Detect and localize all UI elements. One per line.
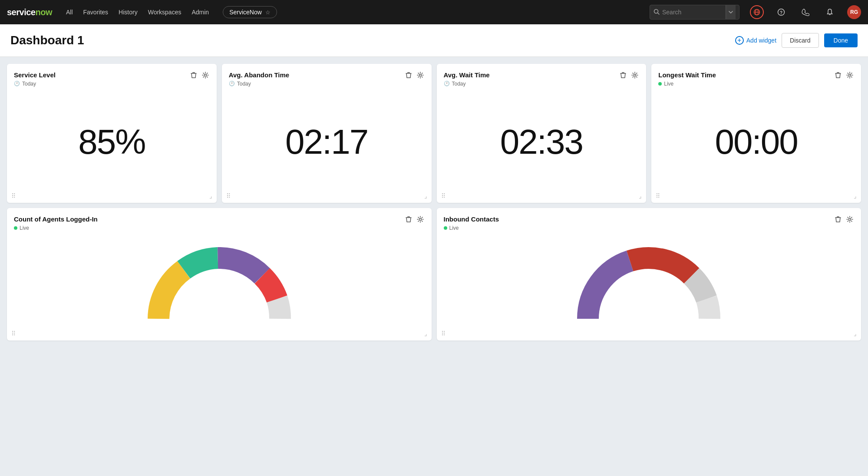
widget-settings-button[interactable] [845,71,854,79]
widget-settings-button[interactable] [630,71,639,79]
widget-inbound-contacts: Inbound Contacts Live [437,208,861,340]
drag-handle-icon[interactable]: ⠿ [441,192,446,199]
widget-actions [405,215,425,224]
svg-point-11 [419,218,421,221]
widget-avg-wait-time: Avg. Wait Time 🕐 Today 02:33 [437,64,647,203]
nav-history[interactable]: History [119,7,138,17]
page-title: Dashboard 1 [10,33,735,47]
drag-handle-icon[interactable]: ⠿ [656,192,660,199]
widget-header: Avg. Wait Time 🕐 Today [444,71,640,87]
svg-point-9 [634,74,636,76]
widget-title-area: Inbound Contacts Live [444,215,831,231]
live-dot-icon [14,226,17,230]
resize-handle-icon[interactable]: ⌟ [854,192,857,199]
nav-favorites[interactable]: Favorites [83,7,109,17]
drag-handle-icon[interactable]: ⠿ [11,192,16,199]
svg-text:?: ? [780,10,782,15]
widget-title-area: Service Level 🕐 Today [14,71,186,87]
favorite-star-icon: ☆ [265,9,271,16]
widget-subtitle: 🕐 Today [14,81,186,87]
page-header: Dashboard 1 + Add widget Discard Done [0,24,868,57]
widget-subtitle: Live [444,225,831,231]
widget-header: Longest Wait Time Live [658,71,854,87]
widget-settings-button[interactable] [416,71,425,79]
resize-handle-icon[interactable]: ⌟ [424,330,427,337]
widget-subtitle: 🕐 Today [229,81,401,87]
globe-icon-button[interactable] [750,5,764,19]
widget-value-container: 85% [14,89,210,196]
resize-handle-icon[interactable]: ⌟ [424,192,427,199]
svg-point-12 [849,218,851,221]
bell-icon-button[interactable] [823,5,837,19]
widget-service-level: Service Level 🕐 Today 85% [7,64,217,203]
nav-admin[interactable]: Admin [191,7,209,17]
widget-subtitle: Live [14,225,401,231]
drag-handle-icon[interactable]: ⠿ [11,330,16,337]
active-app-pill[interactable]: ServiceNow ☆ [223,6,277,18]
widget-delete-button[interactable] [619,71,627,79]
phone-icon-button[interactable] [799,5,812,19]
widget-settings-button[interactable] [201,71,210,79]
svg-line-1 [658,13,660,14]
live-dot-icon [444,226,447,230]
clock-icon: 🕐 [14,81,20,86]
widget-header: Avg. Abandon Time 🕐 Today [229,71,425,87]
resize-handle-icon[interactable]: ⌟ [209,192,212,199]
drag-handle-icon[interactable]: ⠿ [441,330,446,337]
done-button[interactable]: Done [824,33,858,47]
clock-icon: 🕐 [444,81,450,86]
add-widget-button[interactable]: + Add widget [735,36,776,45]
widget-subtitle: Live [658,81,831,87]
widget-actions [834,215,854,224]
widget-actions [619,71,639,79]
widget-title: Count of Agents Logged-In [14,215,401,224]
svg-point-10 [849,74,851,76]
widget-footer: ⠿ ⌟ [656,192,857,199]
search-input[interactable] [662,9,723,16]
svg-point-8 [419,74,421,76]
widgets-row-1: Service Level 🕐 Today 85% [7,64,861,203]
widget-metric-value: 85% [78,125,145,159]
search-dropdown-button[interactable] [726,5,736,19]
drag-handle-icon[interactable]: ⠿ [226,192,231,199]
widget-metric-value: 02:17 [285,125,368,159]
widget-title: Avg. Wait Time [444,71,616,79]
widget-value-container: 02:17 [229,89,425,196]
widget-title-area: Avg. Abandon Time 🕐 Today [229,71,401,87]
widget-actions [190,71,210,79]
user-avatar[interactable]: RG [847,5,861,19]
widget-footer: ⠿ ⌟ [11,192,212,199]
widget-longest-wait-time: Longest Wait Time Live 00:00 [651,64,861,203]
donut-chart-container [444,233,855,334]
nav-workspaces[interactable]: Workspaces [148,7,182,17]
widget-subtitle-text: Live [664,81,673,87]
discard-button[interactable]: Discard [782,33,818,48]
widget-header: Inbound Contacts Live [444,215,855,231]
widget-title-area: Avg. Wait Time 🕐 Today [444,71,616,87]
widget-delete-button[interactable] [834,215,842,224]
logo-text: servicenow [7,7,52,17]
widget-delete-button[interactable] [190,71,198,79]
donut-chart-container [14,233,425,334]
resize-handle-icon[interactable]: ⌟ [639,192,642,199]
resize-handle-icon[interactable]: ⌟ [854,330,857,337]
widget-subtitle-text: Today [237,81,251,87]
add-widget-label: Add widget [746,37,776,44]
donut-chart [145,236,293,323]
widget-footer: ⠿ ⌟ [226,192,427,199]
widget-subtitle-text: Live [20,225,29,231]
widget-settings-button[interactable] [416,215,425,224]
help-icon-button[interactable]: ? [774,5,788,19]
widget-delete-button[interactable] [405,71,413,79]
widget-subtitle: 🕐 Today [444,81,616,87]
widget-delete-button[interactable] [405,215,413,224]
widget-settings-button[interactable] [845,215,854,224]
widget-subtitle-text: Live [449,225,459,231]
search-icon [653,9,660,16]
nav-all[interactable]: All [66,7,73,17]
logo[interactable]: servicenow [7,7,52,17]
header-actions: + Add widget Discard Done [735,33,858,48]
dashboard: Service Level 🕐 Today 85% [0,57,868,476]
widget-metric-value: 02:33 [500,125,583,159]
widget-delete-button[interactable] [834,71,842,79]
